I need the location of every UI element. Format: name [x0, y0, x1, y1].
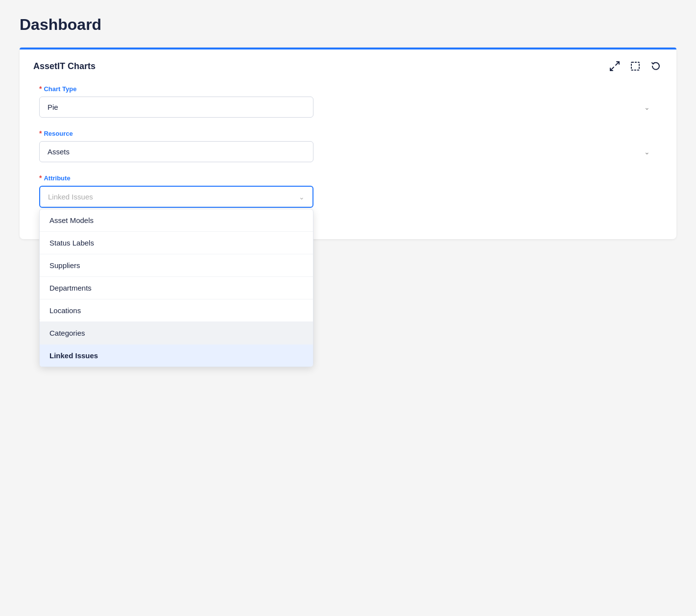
resource-select[interactable]: Assets — [39, 141, 313, 162]
dropdown-item-suppliers[interactable]: Suppliers — [40, 254, 313, 277]
attribute-select-wrapper: Linked Issues ⌄ Asset Models Status Labe… — [39, 186, 657, 208]
resource-label-text: Resource — [44, 130, 72, 137]
resource-select-wrapper: Assets ⌄ — [39, 141, 657, 162]
resource-label: * Resource — [39, 129, 657, 137]
expand-icon[interactable] — [628, 59, 642, 73]
attribute-chevron-icon: ⌄ — [299, 193, 305, 201]
card-header: AssetIT Charts — [20, 49, 676, 81]
attribute-label: * Attribute — [39, 174, 657, 182]
chart-type-required: * — [39, 85, 42, 93]
page-title: Dashboard — [20, 16, 676, 34]
svg-line-0 — [616, 62, 619, 65]
attribute-placeholder: Linked Issues — [48, 193, 93, 201]
chart-type-select-wrapper: Pie ⌄ — [39, 97, 657, 118]
chart-type-group: * Chart Type Pie ⌄ — [39, 85, 657, 118]
card-actions — [608, 59, 663, 73]
chart-type-select[interactable]: Pie — [39, 97, 313, 118]
dropdown-item-categories[interactable]: 📌 Categories — [40, 322, 313, 345]
attribute-group: * Attribute Linked Issues ⌄ Asset Models… — [39, 174, 657, 208]
dropdown-item-linked-issues[interactable]: Linked Issues — [40, 345, 313, 367]
attribute-dropdown: Asset Models Status Labels Suppliers Dep… — [39, 209, 313, 367]
svg-rect-2 — [631, 62, 639, 70]
chart-type-label: * Chart Type — [39, 85, 657, 93]
dropdown-item-locations[interactable]: Locations — [40, 299, 313, 322]
chart-type-value: Pie — [48, 103, 58, 111]
chart-type-label-text: Chart Type — [44, 85, 76, 93]
chart-type-chevron-icon: ⌄ — [644, 103, 650, 111]
resource-value: Assets — [48, 148, 70, 156]
attribute-select[interactable]: Linked Issues ⌄ — [39, 186, 313, 208]
resource-required: * — [39, 129, 42, 137]
attribute-required: * — [39, 174, 42, 182]
dashboard-card: AssetIT Charts — [20, 48, 676, 239]
refresh-icon[interactable] — [649, 59, 663, 73]
attribute-label-text: Attribute — [44, 174, 70, 182]
card-body: * Chart Type Pie ⌄ * Resource Assets ⌄ — [20, 81, 676, 239]
shrink-icon[interactable] — [608, 59, 622, 73]
svg-line-1 — [610, 67, 614, 71]
resource-chevron-icon: ⌄ — [644, 148, 650, 156]
card-title: AssetIT Charts — [33, 61, 96, 72]
dropdown-item-status-labels[interactable]: Status Labels — [40, 232, 313, 254]
dropdown-item-departments[interactable]: Departments — [40, 277, 313, 299]
resource-group: * Resource Assets ⌄ — [39, 129, 657, 162]
dropdown-item-asset-models[interactable]: Asset Models — [40, 209, 313, 232]
